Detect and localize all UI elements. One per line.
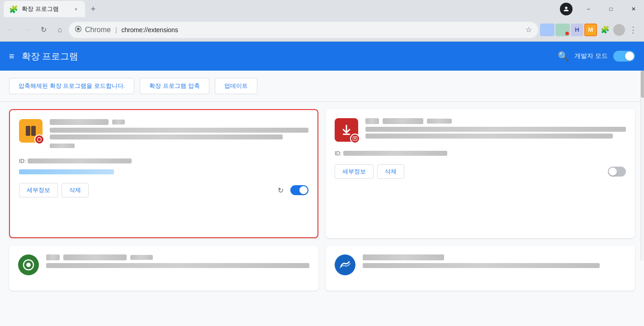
main-header-left: ≡ 확장 프로그램 xyxy=(9,50,78,62)
svg-rect-3 xyxy=(26,126,30,136)
profile-button[interactable] xyxy=(560,3,573,15)
ext-id-section-2: ID: xyxy=(335,149,626,157)
svg-point-6 xyxy=(38,138,41,141)
ext-card-info-2 xyxy=(365,118,626,140)
ext-logo-4 xyxy=(335,254,355,275)
ext-card-footer-1: 세부정보 삭제 ↻ xyxy=(19,183,308,197)
forward-button[interactable]: → xyxy=(20,23,34,37)
ext-logo-wrapper-3 xyxy=(18,254,39,275)
ext-id-row-1: ID: xyxy=(19,157,308,165)
page-title: 확장 프로그램 xyxy=(22,50,79,62)
refresh-button[interactable]: ↻ xyxy=(36,23,51,37)
scrollbar-thumb[interactable] xyxy=(641,71,644,98)
ext-name-row-2 xyxy=(365,118,626,124)
load-unpacked-button[interactable]: 압축해제된 확장 프로그램을 로드합니다. xyxy=(9,78,134,94)
titlebar: 🧩 확장 프로그램 × + − □ ✕ xyxy=(0,0,644,18)
back-button[interactable]: ← xyxy=(4,23,18,37)
toolbar-area: 압축해제된 확장 프로그램을 로드합니다. 확장 프로그램 압축 업데이트 xyxy=(0,71,644,102)
ext-logo-wrapper-1 xyxy=(19,119,43,143)
titlebar-left: 🧩 확장 프로그램 × + xyxy=(0,1,560,17)
ext-icon-m[interactable]: M xyxy=(584,24,597,36)
dev-mode-label: 개발자 모드 xyxy=(574,52,608,60)
maximize-button[interactable]: □ xyxy=(601,0,621,18)
svg-rect-10 xyxy=(354,138,356,139)
close-button[interactable]: ✕ xyxy=(623,0,644,18)
new-tab-button[interactable]: + xyxy=(87,3,99,15)
ext-logo-wrapper-2 xyxy=(335,118,358,142)
svg-rect-7 xyxy=(343,134,350,135)
ext-desc-3 xyxy=(46,263,309,268)
ext-toggle-2[interactable] xyxy=(608,167,626,177)
ext-delete-button-1[interactable]: 삭제 xyxy=(62,183,89,197)
ext-card-info-1 xyxy=(50,119,308,149)
addressbar: ← → ↻ ⌂ Chrome | chrome://extensions ☆ H… xyxy=(0,18,644,42)
extensions-menu-button[interactable]: 🧩 xyxy=(598,23,612,37)
ext-reload-button-1[interactable]: ↻ xyxy=(274,184,287,197)
security-icon xyxy=(75,26,81,34)
extension-card-4 xyxy=(326,245,635,291)
main-header: ≡ 확장 프로그램 🔍 개발자 모드 xyxy=(0,42,644,71)
ext-desc-1 xyxy=(50,128,308,139)
ext-id-section-1: ID: xyxy=(19,157,308,176)
svg-rect-4 xyxy=(31,126,36,136)
dev-mode-toggle[interactable] xyxy=(613,51,635,62)
tab-close-button[interactable]: × xyxy=(72,5,80,13)
ext-id-value-1 xyxy=(28,158,132,163)
ext-card-header-2 xyxy=(335,118,626,142)
ext-detail-button-1[interactable]: 세부정보 xyxy=(19,183,58,197)
extension-card-3 xyxy=(9,245,318,291)
tab-title: 확장 프로그램 xyxy=(22,5,69,13)
ext-version-3 xyxy=(130,255,153,260)
ext-desc-4 xyxy=(363,263,626,268)
ext-name-4 xyxy=(363,254,444,260)
svg-point-2 xyxy=(77,28,80,30)
ext-badge-2 xyxy=(350,134,360,144)
ext-card-header-1 xyxy=(19,119,308,149)
search-button[interactable]: 🔍 xyxy=(558,51,569,62)
ext-name-3 xyxy=(63,254,127,260)
svg-rect-11 xyxy=(354,139,356,139)
ext-name-row-4 xyxy=(363,254,626,260)
ext-link-row-1 xyxy=(19,168,308,176)
ext-link-1 xyxy=(19,169,114,174)
ext-id-label-2: ID: xyxy=(335,150,343,157)
ext-status-1 xyxy=(50,141,308,149)
pack-extension-button[interactable]: 확장 프로그램 압축 xyxy=(140,78,209,94)
ext-card-header-3 xyxy=(18,254,309,275)
url-text: chrome://extensions xyxy=(122,26,522,34)
titlebar-right: − □ ✕ xyxy=(560,0,644,18)
active-tab[interactable]: 🧩 확장 프로그램 × xyxy=(4,1,85,17)
main-header-right: 🔍 개발자 모드 xyxy=(558,51,635,62)
ext-id-row-2: ID: xyxy=(335,149,626,157)
ext-icon-teal[interactable] xyxy=(555,24,570,36)
ext-delete-button-2[interactable]: 삭제 xyxy=(377,164,404,179)
svg-point-0 xyxy=(565,7,567,9)
chrome-menu-button[interactable]: ⋮ xyxy=(626,23,640,37)
extension-card-2: ID: 세부정보 삭제 xyxy=(326,109,635,238)
ext-version-1 xyxy=(112,120,125,125)
ext-icon-blue[interactable] xyxy=(540,24,554,36)
ext-status-text-1 xyxy=(50,144,75,148)
ext-id-value-2 xyxy=(343,151,447,156)
browser-name: Chrome xyxy=(85,26,111,34)
svg-point-13 xyxy=(26,263,31,267)
ext-card-info-4 xyxy=(363,254,626,270)
ext-id-label-1: ID: xyxy=(19,158,28,164)
home-button[interactable]: ⌂ xyxy=(52,23,67,37)
avatar[interactable] xyxy=(613,24,625,36)
ext-name-2 xyxy=(383,118,423,124)
update-button[interactable]: 업데이트 xyxy=(215,78,257,94)
ext-name-row-1 xyxy=(50,119,308,125)
ext-toggle-1[interactable] xyxy=(290,185,308,195)
ext-icon-h[interactable]: H xyxy=(571,24,583,36)
ext-card-footer-2: 세부정보 삭제 xyxy=(335,164,626,179)
sidebar-toggle-button[interactable]: ≡ xyxy=(9,51,14,62)
url-bar[interactable]: Chrome | chrome://extensions ☆ xyxy=(69,22,538,38)
bookmark-icon[interactable]: ☆ xyxy=(526,25,532,34)
ext-card-header-4 xyxy=(335,254,626,275)
scrollbar-track xyxy=(640,71,644,261)
ext-card-info-3 xyxy=(46,254,309,270)
ext-detail-button-2[interactable]: 세부정보 xyxy=(335,164,374,179)
ext-version-2 xyxy=(427,119,452,124)
minimize-button[interactable]: − xyxy=(578,0,599,18)
